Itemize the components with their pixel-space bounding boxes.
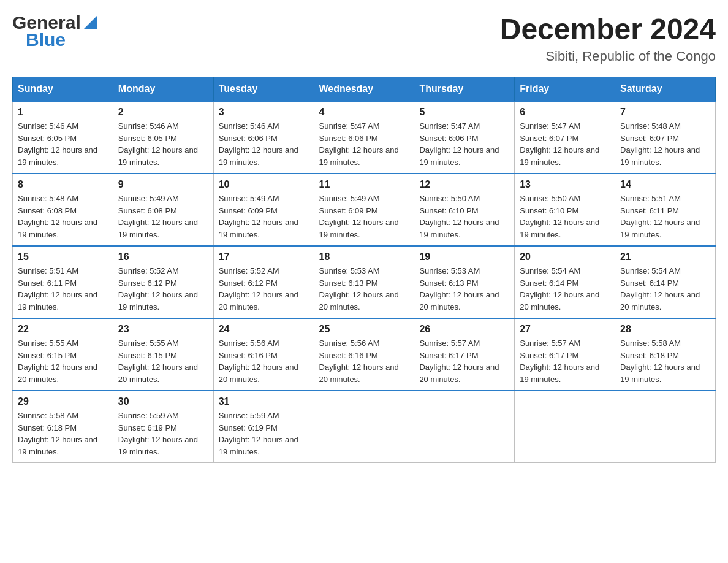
day-number: 14: [620, 179, 710, 190]
calendar-table: SundayMondayTuesdayWednesdayThursdayFrid…: [12, 77, 716, 463]
day-info: Sunrise: 5:46 AM Sunset: 6:06 PM Dayligh…: [219, 120, 309, 168]
sunset-label: Sunset: 6:19 PM: [118, 423, 177, 432]
calendar-week-row: 15 Sunrise: 5:51 AM Sunset: 6:11 PM Dayl…: [13, 246, 716, 318]
daylight-label: Daylight: 12 hours and 20 minutes.: [620, 290, 700, 312]
day-info: Sunrise: 5:55 AM Sunset: 6:15 PM Dayligh…: [18, 337, 108, 385]
calendar-cell: 18 Sunrise: 5:53 AM Sunset: 6:13 PM Dayl…: [314, 246, 414, 318]
daylight-label: Daylight: 12 hours and 19 minutes.: [118, 145, 198, 167]
day-header-wednesday: Wednesday: [314, 77, 414, 102]
day-number: 18: [319, 251, 409, 262]
day-number: 19: [419, 251, 509, 262]
calendar-cell: [615, 391, 716, 463]
day-info: Sunrise: 5:57 AM Sunset: 6:17 PM Dayligh…: [520, 337, 610, 385]
calendar-cell: 10 Sunrise: 5:49 AM Sunset: 6:09 PM Dayl…: [213, 174, 314, 246]
logo: General Blue: [12, 12, 97, 50]
calendar-cell: 23 Sunrise: 5:55 AM Sunset: 6:15 PM Dayl…: [113, 318, 213, 391]
month-title: December 2024: [500, 12, 716, 46]
day-info: Sunrise: 5:49 AM Sunset: 6:09 PM Dayligh…: [319, 193, 409, 240]
sunset-label: Sunset: 6:13 PM: [319, 278, 378, 288]
calendar-cell: 17 Sunrise: 5:52 AM Sunset: 6:12 PM Dayl…: [213, 246, 314, 318]
sunset-label: Sunset: 6:11 PM: [18, 278, 77, 288]
daylight-label: Daylight: 12 hours and 19 minutes.: [118, 435, 198, 456]
sunrise-label: Sunrise: 5:49 AM: [219, 194, 279, 203]
sunset-label: Sunset: 6:12 PM: [219, 278, 278, 288]
day-info: Sunrise: 5:49 AM Sunset: 6:08 PM Dayligh…: [118, 193, 208, 240]
day-info: Sunrise: 5:46 AM Sunset: 6:05 PM Dayligh…: [118, 120, 208, 168]
day-header-sunday: Sunday: [13, 77, 113, 102]
day-header-tuesday: Tuesday: [213, 77, 314, 102]
sunrise-label: Sunrise: 5:52 AM: [118, 266, 179, 275]
calendar-cell: 9 Sunrise: 5:49 AM Sunset: 6:08 PM Dayli…: [113, 174, 213, 246]
calendar-cell: 31 Sunrise: 5:59 AM Sunset: 6:19 PM Dayl…: [213, 391, 314, 463]
day-number: 5: [419, 107, 509, 118]
calendar-cell: 26 Sunrise: 5:57 AM Sunset: 6:17 PM Dayl…: [414, 318, 515, 391]
sunset-label: Sunset: 6:09 PM: [319, 206, 378, 215]
calendar-cell: 20 Sunrise: 5:54 AM Sunset: 6:14 PM Dayl…: [515, 246, 615, 318]
sunset-label: Sunset: 6:18 PM: [18, 423, 77, 432]
daylight-label: Daylight: 12 hours and 19 minutes.: [620, 218, 700, 239]
day-info: Sunrise: 5:59 AM Sunset: 6:19 PM Dayligh…: [219, 410, 309, 458]
svg-marker-0: [83, 16, 97, 29]
day-number: 31: [219, 396, 309, 407]
calendar-cell: 25 Sunrise: 5:56 AM Sunset: 6:16 PM Dayl…: [314, 318, 414, 391]
day-info: Sunrise: 5:51 AM Sunset: 6:11 PM Dayligh…: [18, 265, 108, 313]
calendar-cell: 22 Sunrise: 5:55 AM Sunset: 6:15 PM Dayl…: [13, 318, 113, 391]
sunset-label: Sunset: 6:10 PM: [520, 206, 578, 215]
sunrise-label: Sunrise: 5:56 AM: [219, 339, 279, 348]
daylight-label: Daylight: 12 hours and 19 minutes.: [419, 218, 499, 239]
sunset-label: Sunset: 6:15 PM: [18, 351, 77, 360]
daylight-label: Daylight: 12 hours and 19 minutes.: [18, 435, 97, 456]
day-info: Sunrise: 5:52 AM Sunset: 6:12 PM Dayligh…: [219, 265, 309, 313]
calendar-cell: 27 Sunrise: 5:57 AM Sunset: 6:17 PM Dayl…: [515, 318, 615, 391]
daylight-label: Daylight: 12 hours and 20 minutes.: [319, 290, 399, 312]
sunrise-label: Sunrise: 5:58 AM: [620, 339, 681, 348]
day-info: Sunrise: 5:49 AM Sunset: 6:09 PM Dayligh…: [219, 193, 309, 240]
day-info: Sunrise: 5:56 AM Sunset: 6:16 PM Dayligh…: [319, 337, 409, 385]
day-number: 12: [419, 179, 509, 190]
calendar-cell: 2 Sunrise: 5:46 AM Sunset: 6:05 PM Dayli…: [113, 101, 213, 174]
calendar-cell: 19 Sunrise: 5:53 AM Sunset: 6:13 PM Dayl…: [414, 246, 515, 318]
sunset-label: Sunset: 6:12 PM: [118, 278, 177, 288]
day-info: Sunrise: 5:46 AM Sunset: 6:05 PM Dayligh…: [18, 120, 108, 168]
sunset-label: Sunset: 6:11 PM: [620, 206, 679, 215]
sunset-label: Sunset: 6:16 PM: [319, 351, 378, 360]
sunset-label: Sunset: 6:05 PM: [118, 134, 177, 143]
day-number: 25: [319, 324, 409, 335]
day-number: 17: [219, 251, 309, 262]
sunrise-label: Sunrise: 5:49 AM: [118, 194, 179, 203]
sunrise-label: Sunrise: 5:51 AM: [620, 194, 681, 203]
sunrise-label: Sunrise: 5:46 AM: [219, 121, 279, 131]
sunrise-label: Sunrise: 5:49 AM: [319, 194, 380, 203]
day-header-monday: Monday: [113, 77, 213, 102]
sunrise-label: Sunrise: 5:51 AM: [18, 266, 78, 275]
day-info: Sunrise: 5:51 AM Sunset: 6:11 PM Dayligh…: [620, 193, 710, 240]
day-number: 22: [18, 324, 108, 335]
sunset-label: Sunset: 6:08 PM: [18, 206, 77, 215]
day-number: 2: [118, 107, 208, 118]
day-info: Sunrise: 5:50 AM Sunset: 6:10 PM Dayligh…: [419, 193, 509, 240]
location-subtitle: Sibiti, Republic of the Congo: [500, 48, 716, 64]
page-header: General Blue December 2024 Sibiti, Repub…: [12, 12, 716, 64]
day-number: 23: [118, 324, 208, 335]
daylight-label: Daylight: 12 hours and 20 minutes.: [419, 290, 499, 312]
day-info: Sunrise: 5:50 AM Sunset: 6:10 PM Dayligh…: [520, 193, 610, 240]
sunrise-label: Sunrise: 5:59 AM: [219, 411, 279, 420]
sunset-label: Sunset: 6:08 PM: [118, 206, 177, 215]
sunset-label: Sunset: 6:07 PM: [620, 134, 679, 143]
day-number: 27: [520, 324, 610, 335]
day-header-friday: Friday: [515, 77, 615, 102]
day-info: Sunrise: 5:53 AM Sunset: 6:13 PM Dayligh…: [319, 265, 409, 313]
day-info: Sunrise: 5:54 AM Sunset: 6:14 PM Dayligh…: [620, 265, 710, 313]
daylight-label: Daylight: 12 hours and 19 minutes.: [419, 145, 499, 167]
sunset-label: Sunset: 6:06 PM: [319, 134, 378, 143]
sunset-label: Sunset: 6:09 PM: [219, 206, 278, 215]
day-number: 9: [118, 179, 208, 190]
calendar-cell: 15 Sunrise: 5:51 AM Sunset: 6:11 PM Dayl…: [13, 246, 113, 318]
calendar-week-row: 1 Sunrise: 5:46 AM Sunset: 6:05 PM Dayli…: [13, 101, 716, 174]
daylight-label: Daylight: 12 hours and 20 minutes.: [18, 362, 97, 384]
sunrise-label: Sunrise: 5:55 AM: [118, 339, 179, 348]
day-number: 28: [620, 324, 710, 335]
calendar-cell: 30 Sunrise: 5:59 AM Sunset: 6:19 PM Dayl…: [113, 391, 213, 463]
daylight-label: Daylight: 12 hours and 19 minutes.: [520, 362, 599, 384]
calendar-cell: [314, 391, 414, 463]
